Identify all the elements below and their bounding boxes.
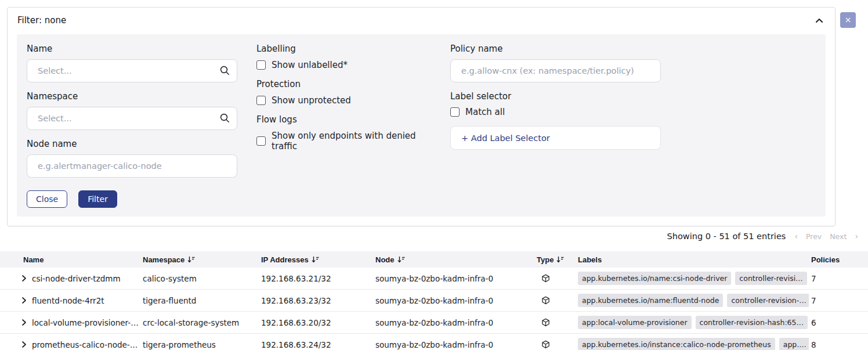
label-chip: controller-revisi… [735,272,806,285]
label-chip: app.kubernetes.io/name:fluentd-node [578,294,723,307]
endpoint-name: fluentd-node-4rr2t [32,296,104,305]
namespace-select-input[interactable] [27,107,237,130]
filter-panel: Filter: none Name Namespace [7,7,836,226]
close-icon: × [845,15,852,24]
label-chip: app.… [779,338,809,350]
results-summary: Showing 0 - 51 of 51 entries [667,232,786,241]
table-row[interactable]: csi-node-driver-tzdmm calico-system 192.… [0,268,868,290]
match-all-checkbox[interactable] [450,107,460,117]
expand-row-icon[interactable] [21,341,27,348]
dismiss-filter-button[interactable]: × [840,12,856,28]
filter-form-col-1: Name Namespace Node name Close Filt [27,44,237,208]
endpoint-ip: 192.168.63.21/32 [261,274,375,283]
endpoint-namespace: tigera-prometheus [143,340,261,349]
labelling-group-label: Labelling [256,44,431,54]
prev-page-link[interactable]: Prev [806,232,822,241]
protection-group-label: Protection [256,79,431,89]
table-row[interactable]: fluentd-node-4rr2t tigera-fluentd 192.16… [0,290,868,312]
sort-icon[interactable] [187,256,195,263]
chevron-left-icon[interactable]: ‹ [794,232,798,240]
sort-icon[interactable] [397,256,405,263]
expand-row-icon[interactable] [21,319,27,326]
match-all-label: Match all [465,107,505,117]
policies-count: 7 [809,296,868,305]
filter-panel-title: Filter: none [17,15,66,26]
chevron-up-icon [815,18,823,23]
column-header-ip-addresses[interactable]: IP Addresses [261,255,375,264]
sort-icon[interactable] [556,256,564,263]
endpoint-node: soumya-bz-0zbo-kadm-infra-0 [375,274,537,283]
endpoint-node: soumya-bz-0zbo-kadm-infra-0 [375,340,537,349]
node-name-field-label: Node name [27,139,237,149]
show-unprotected-checkbox[interactable] [256,96,266,105]
add-label-selector-button[interactable]: + Add Label Selector [450,126,661,150]
endpoint-node: soumya-bz-0zbo-kadm-infra-0 [375,296,537,305]
pager: ‹ Prev Next › [794,232,858,241]
filter-panel-header: Filter: none [8,8,835,33]
label-chip: controller-revision-… [727,294,809,307]
name-field-label: Name [27,44,237,54]
label-chip: controller-revision-hash:65… [696,316,808,329]
endpoint-namespace: calico-system [143,274,261,283]
column-header-labels: Labels [578,255,809,264]
pod-type-icon [541,318,578,327]
endpoint-name: local-volume-provisioner-… [32,318,139,327]
expand-row-icon[interactable] [21,297,27,304]
filter-form-col-3: Policy name Label selector Match all + A… [450,44,661,208]
policies-count: 8 [809,340,868,349]
show-unlabelled-checkbox[interactable] [256,60,266,70]
collapse-panel-button[interactable] [814,17,824,24]
endpoint-ip: 192.168.63.23/32 [261,296,375,305]
policies-count: 7 [809,274,868,283]
next-page-link[interactable]: Next [830,232,847,241]
chevron-right-icon[interactable]: › [855,232,858,240]
filter-form-col-2: Labelling Show unlabelled* Protection Sh… [256,44,431,208]
endpoint-namespace: tigera-fluentd [143,296,261,305]
endpoint-namespace: crc-local-storage-system [143,318,261,327]
label-selector-group-label: Label selector [450,91,661,102]
show-unlabelled-label: Show unlabelled* [272,60,348,70]
results-bar: Showing 0 - 51 of 51 entries ‹ Prev Next… [0,229,868,244]
endpoint-ip: 192.168.63.24/32 [261,340,375,349]
label-chip: app.kubernetes.io/name:csi-node-driver [578,272,731,285]
show-unprotected-label: Show unprotected [272,95,351,106]
pod-type-icon [541,274,578,283]
column-header-namespace[interactable]: Namespace [143,255,261,264]
table-row[interactable]: prometheus-calico-node-… tigera-promethe… [0,334,868,350]
expand-row-icon[interactable] [21,275,27,282]
denied-traffic-checkbox[interactable] [256,136,266,146]
column-header-type[interactable]: Type [537,255,578,264]
pod-type-icon [541,340,578,349]
close-button[interactable]: Close [27,190,67,208]
policies-count: 6 [809,318,868,327]
endpoint-name: prometheus-calico-node-… [32,340,138,349]
filter-button[interactable]: Filter [78,190,117,208]
denied-traffic-label: Show only endpoints with denied traffic [272,131,431,151]
endpoint-name: csi-node-driver-tzdmm [32,274,121,283]
column-header-policies: Policies [809,255,868,264]
policy-name-field-label: Policy name [450,44,661,54]
column-header-node[interactable]: Node [375,255,537,264]
filter-form: Name Namespace Node name Close Filt [17,34,826,217]
table-row[interactable]: local-volume-provisioner-… crc-local-sto… [0,312,868,334]
pod-type-icon [541,296,578,305]
label-chip: app.kubernetes.io/instance:calico-node-p… [578,338,775,350]
table-header-row: Name Namespace IP Addresses Node Type La… [0,251,868,268]
endpoint-node: soumya-bz-0zbo-kadm-infra-0 [375,318,537,327]
label-chip: app:local-volume-provisioner [578,316,692,329]
endpoint-ip: 192.168.63.20/32 [261,318,375,327]
column-header-name[interactable]: Name [0,255,143,264]
node-name-input[interactable] [27,154,237,178]
name-select-input[interactable] [27,59,237,82]
namespace-field-label: Namespace [27,91,237,102]
policy-name-input[interactable] [450,59,661,82]
endpoints-table: Name Namespace IP Addresses Node Type La… [0,251,868,350]
sort-icon[interactable] [312,256,319,263]
flow-logs-group-label: Flow logs [256,114,431,125]
